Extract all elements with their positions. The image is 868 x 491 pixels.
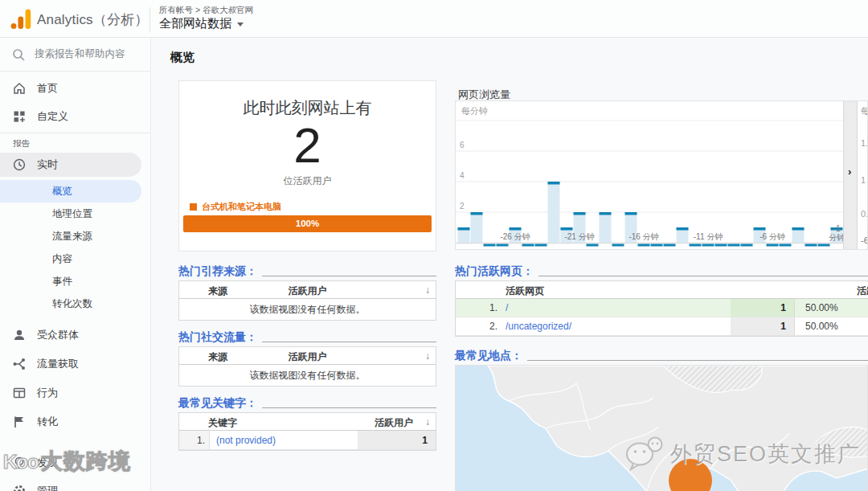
col-active-users: 活跃用户 (179, 284, 436, 298)
active-pages-heading: 热门活跃网页： (455, 264, 868, 279)
active-pages-table: 活跃网页 活跃用户 1. / 1 50.00% 2. /uncategorize… (455, 280, 868, 337)
sidebar-item-label: 受众群体 (37, 328, 79, 342)
active-users-value: 1 (358, 431, 436, 449)
sidebar-item-label: 自定义 (37, 109, 68, 124)
svg-text:-16 分钟: -16 分钟 (628, 232, 658, 241)
breadcrumb[interactable]: 所有帐号 > 谷歌大叔官网 (159, 5, 253, 16)
table-row: 1. / 1 50.00% (456, 299, 868, 317)
col-active-page: 活跃网页 (506, 284, 544, 298)
customization-icon (12, 109, 27, 124)
device-share-bar: 100% (183, 215, 432, 232)
referrals-heading-text: 热门引荐来源： (178, 264, 257, 279)
mini-ytick: 0. (861, 209, 868, 219)
sidebar-nav: 搜索报告和帮助内容 首页 自定义 报告 实时 (0, 38, 151, 491)
col-active-users: 活跃用户 (179, 350, 436, 364)
active-users-card: 此时此刻网站上有 2 位活跃用户 台式机和笔记本电脑 100% (178, 80, 436, 252)
keywords-table: 关键字 活跃用户 ↓ 1. (not provided) 1 (178, 412, 436, 451)
locations-map (455, 365, 868, 491)
svg-text:4: 4 (460, 171, 465, 180)
referrals-heading: 热门引荐来源： (178, 264, 436, 279)
sidebar-item-realtime-locations[interactable]: 地理位置 (0, 203, 150, 225)
sidebar-item-realtime-traffic-sources[interactable]: 流量来源 (0, 225, 150, 248)
sidebar-item-label: 流量获取 (37, 357, 79, 371)
keywords-heading: 最常见关键字： (178, 396, 436, 411)
sidebar-item-label: 地理位置 (52, 207, 92, 221)
property-name: 全部网站数据 (159, 16, 231, 31)
top-locations-heading: 最常见地点： (455, 349, 868, 363)
sidebar-item-label: 转化 (37, 415, 58, 429)
col-active-users-cut: 活跃用户 (857, 284, 868, 298)
search-placeholder: 搜索报告和帮助内容 (35, 47, 125, 61)
sidebar-item-label: 转化次数 (52, 297, 92, 311)
search-input[interactable]: 搜索报告和帮助内容 (0, 38, 150, 72)
mini-ytick: 1. (861, 138, 868, 148)
sidebar-item-label: 内容 (52, 252, 72, 266)
sidebar-item-behavior[interactable]: 行为 (0, 381, 150, 405)
active-users-value: 1 (731, 317, 795, 335)
per-minute-label: 每分钟 (461, 105, 488, 117)
svg-text:-11 分钟: -11 分钟 (694, 232, 723, 241)
sidebar-item-realtime-conversions[interactable]: 转化次数 (0, 293, 150, 315)
chevron-right-icon[interactable]: › (848, 166, 851, 178)
sidebar-item-label: 行为 (37, 386, 58, 400)
sort-desc-icon[interactable]: ↓ (425, 350, 430, 362)
sidebar-item-realtime-overview[interactable]: 概览 (0, 180, 141, 203)
col-keyword: 关键字 (208, 416, 237, 430)
active-users-label: 位活跃用户 (179, 174, 436, 188)
chevron-down-icon (237, 23, 244, 27)
svg-text:分钟: 分钟 (829, 233, 843, 242)
sidebar-item-admin[interactable]: 管理 (0, 479, 150, 491)
sidebar-item-label: 事件 (52, 275, 72, 288)
sidebar-item-label: 实时 (37, 158, 58, 172)
social-heading: 热门社交流量： (178, 330, 436, 345)
keyword-link[interactable]: (not provided) (216, 435, 276, 446)
page-link[interactable]: / (506, 302, 508, 313)
sidebar-item-audience[interactable]: 受众群体 (0, 323, 150, 347)
legend-swatch-desktop (190, 203, 197, 211)
sidebar-item-home[interactable]: 首页 (0, 76, 150, 100)
rank: 1. (456, 302, 497, 313)
lightbulb-icon (12, 456, 27, 470)
top-app-bar: Analytics（分析） 所有帐号 > 谷歌大叔官网 全部网站数据 (0, 0, 868, 38)
top-locations-heading-text: 最常见地点： (455, 349, 522, 363)
mini-xtick: -6 (861, 235, 868, 245)
search-icon (11, 47, 26, 62)
table-header: 关键字 活跃用户 ↓ (179, 413, 436, 431)
svg-text:2: 2 (460, 202, 465, 211)
sidebar-item-discover[interactable]: 发现 (0, 451, 150, 475)
table-row: 1. (not provided) 1 (179, 431, 436, 450)
table-row: 2. /uncategorized/ 1 50.00% (456, 317, 868, 336)
table-header: 活跃网页 活跃用户 (456, 281, 868, 299)
sidebar-item-acquisition[interactable]: 流量获取 (0, 352, 150, 376)
analytics-realtime-overview-page: Analytics（分析） 所有帐号 > 谷歌大叔官网 全部网站数据 搜索报告和… (0, 0, 868, 491)
table-header: 来源 活跃用户 ↓ (179, 347, 436, 365)
rank: 1. (179, 435, 205, 446)
header-divider (149, 7, 150, 31)
audience-icon (12, 328, 27, 342)
sidebar-item-realtime[interactable]: 实时 (0, 153, 141, 177)
sidebar-item-label: 首页 (37, 81, 58, 96)
active-users-count: 2 (179, 117, 436, 174)
svg-text:-26 分钟: -26 分钟 (500, 232, 530, 241)
rank: 2. (456, 321, 497, 332)
sort-desc-icon[interactable]: ↓ (425, 416, 430, 428)
property-selector[interactable]: 全部网站数据 (159, 16, 244, 31)
percent-value: 50.00% (805, 321, 838, 332)
sidebar-item-label: 发现 (37, 456, 58, 470)
gear-icon (12, 484, 27, 491)
keywords-heading-text: 最常见关键字： (178, 396, 257, 411)
page-link[interactable]: /uncategorized/ (506, 321, 571, 332)
sidebar-item-realtime-events[interactable]: 事件 (0, 270, 150, 293)
sort-desc-icon[interactable]: ↓ (425, 284, 430, 296)
chart-scroll-strip[interactable]: › (843, 101, 858, 249)
svg-text:6: 6 (460, 141, 465, 149)
home-icon (12, 81, 27, 96)
sidebar-item-conversions[interactable]: 转化 (0, 410, 150, 434)
svg-text:-6 分钟: -6 分钟 (760, 232, 785, 241)
pageviews-chart-card: 246-26 分钟-21 分钟-16 分钟-11 分钟-6 分钟-1分钟 每分钟… (455, 100, 868, 250)
svg-text:-21 分钟: -21 分钟 (564, 232, 594, 241)
sidebar-item-label: 管理 (37, 484, 58, 491)
sidebar-item-realtime-content[interactable]: 内容 (0, 248, 150, 270)
sidebar-item-customization[interactable]: 自定义 (0, 104, 150, 129)
device-legend: 台式机和笔记本电脑 (190, 201, 281, 213)
